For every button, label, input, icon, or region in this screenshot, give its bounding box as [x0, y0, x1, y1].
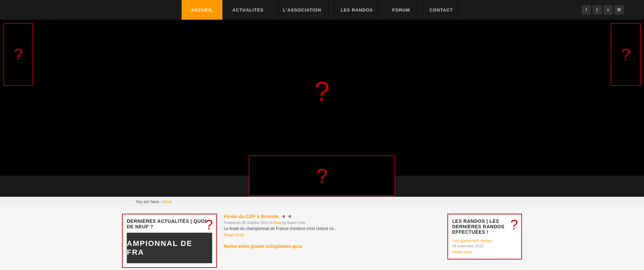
nav-item-randos[interactable]: LES RANDOS	[331, 0, 383, 20]
post-title-1[interactable]: Finale du CDF à Brioude	[224, 214, 279, 219]
right-sidebar-placeholder: ?	[611, 23, 641, 86]
content-grid: DERNIÈRES ACTUALITÉS | QUOI DE NEUF ? ? …	[119, 214, 525, 268]
randos-title: LES RANDOS | LES DERNIÈRES RANDOS EFFECT…	[452, 218, 517, 235]
hero-section: ? ? ? ?	[0, 20, 644, 176]
rando-date: 08 novembre 2012	[452, 244, 517, 248]
read-more-1[interactable]: Read more	[224, 233, 244, 237]
post-dot-2	[288, 215, 291, 218]
main-content: DERNIÈRES ACTUALITÉS | QUOI DE NEUF ? ? …	[0, 207, 644, 270]
nav-item-actualites[interactable]: ACTUALITÉS	[223, 0, 273, 20]
thumbnail-text: AMPIONNAL DE FRA	[127, 239, 212, 257]
social-icons-group: f 𝕥 v ⌘	[582, 5, 624, 15]
col-middle: Finale du CDF à Brioude Posted on 30 oct…	[224, 214, 441, 268]
post-dot	[282, 215, 285, 218]
actualites-box: DERNIÈRES ACTUALITÉS | QUOI DE NEUF ? ? …	[122, 214, 217, 268]
facebook-icon[interactable]: f	[582, 5, 591, 15]
nav-item-contact[interactable]: CONTACT	[420, 0, 463, 20]
col-right: LES RANDOS | LES DERNIÈRES RANDOS EFFECT…	[447, 214, 522, 268]
col-left: DERNIÈRES ACTUALITÉS | QUOI DE NEUF ? ? …	[122, 214, 217, 268]
breadcrumb-prefix: You are here:	[136, 199, 160, 204]
rando-read-more[interactable]: Read more	[452, 250, 472, 254]
nav-item-association[interactable]: L'ASSOCIATION	[274, 0, 331, 20]
hero-bottom-placeholder: ?	[249, 155, 395, 196]
main-nav: ACCUEIL ACTUALITÉS L'ASSOCIATION LES RAN…	[0, 0, 644, 20]
randos-placeholder-icon: ?	[510, 217, 518, 232]
breadcrumb-bar: You are here: Home	[0, 197, 644, 207]
post-excerpt-1: La finale du championnat de France d'end…	[224, 226, 441, 232]
breadcrumb-home[interactable]: Home	[161, 199, 172, 204]
blog-post-1: Finale du CDF à Brioude Posted on 30 oct…	[224, 214, 441, 238]
post-category-link[interactable]: Blog	[274, 220, 281, 225]
post-meta-1: Posted on 30 octobre 2011 in Blog by Sup…	[224, 220, 441, 225]
post-title-2[interactable]: Nemo enim ipsam voluptatem quia	[224, 244, 302, 249]
hero-center-placeholder: ?	[315, 76, 330, 107]
randos-box: LES RANDOS | LES DERNIÈRES RANDOS EFFECT…	[447, 214, 522, 259]
rando-link[interactable]: Les garennes vertes	[452, 238, 517, 243]
nav-item-accueil[interactable]: ACCUEIL	[181, 0, 223, 20]
actualites-thumbnail: AMPIONNAL DE FRA	[127, 233, 212, 263]
nav-links: ACCUEIL ACTUALITÉS L'ASSOCIATION LES RAN…	[181, 0, 463, 20]
actualites-placeholder-icon: ?	[205, 217, 213, 232]
nav-item-forum[interactable]: FORUM	[383, 0, 420, 20]
blog-post-2: Nemo enim ipsam voluptatem quia	[224, 243, 441, 249]
actualites-title: DERNIÈRES ACTUALITÉS | QUOI DE NEUF ?	[127, 218, 212, 229]
rss-icon[interactable]: ⌘	[614, 5, 624, 15]
post-header-row-1: Finale du CDF à Brioude	[224, 214, 441, 219]
left-sidebar-placeholder: ?	[3, 23, 33, 86]
twitter-icon[interactable]: 𝕥	[592, 5, 602, 15]
vimeo-icon[interactable]: v	[603, 5, 613, 15]
